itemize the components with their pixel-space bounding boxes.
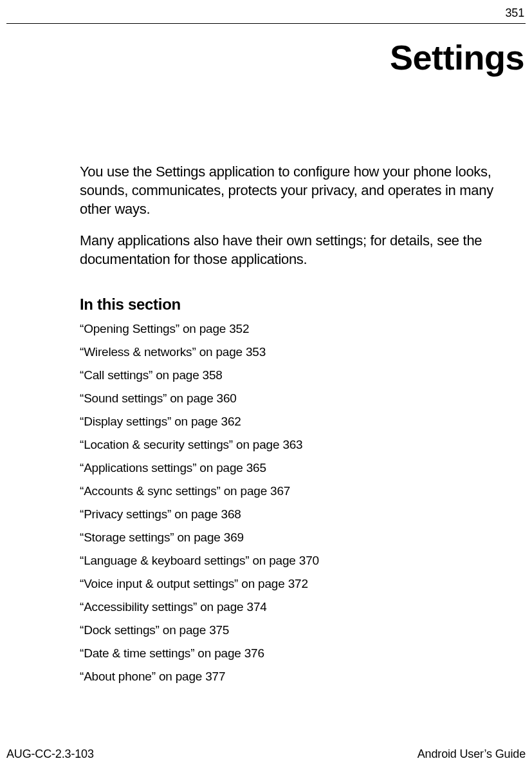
toc-item[interactable]: “Sound settings” on page 360 <box>80 392 519 404</box>
toc-item[interactable]: “About phone” on page 377 <box>80 670 519 682</box>
toc-list: “Opening Settings” on page 352 “Wireless… <box>80 323 519 682</box>
toc-item[interactable]: “Dock settings” on page 375 <box>80 624 519 636</box>
intro-paragraph: Many applications also have their own se… <box>80 231 519 268</box>
toc-item[interactable]: “Accessibility settings” on page 374 <box>80 601 519 613</box>
toc-item[interactable]: “Accounts & sync settings” on page 367 <box>80 485 519 497</box>
intro-paragraph: You use the Settings application to conf… <box>80 162 519 218</box>
page-title: Settings <box>390 37 524 77</box>
toc-item[interactable]: “Date & time settings” on page 376 <box>80 647 519 659</box>
toc-item[interactable]: “Voice input & output settings” on page … <box>80 578 519 590</box>
toc-item[interactable]: “Storage settings” on page 369 <box>80 531 519 543</box>
toc-item[interactable]: “Display settings” on page 362 <box>80 415 519 427</box>
content-area: You use the Settings application to conf… <box>80 162 519 693</box>
top-rule <box>6 23 526 24</box>
toc-item[interactable]: “Privacy settings” on page 368 <box>80 508 519 520</box>
toc-item[interactable]: “Wireless & networks” on page 353 <box>80 346 519 358</box>
toc-item[interactable]: “Language & keyboard settings” on page 3… <box>80 554 519 567</box>
toc-item[interactable]: “Call settings” on page 358 <box>80 369 519 381</box>
toc-item[interactable]: “Applications settings” on page 365 <box>80 462 519 474</box>
footer-doc-id: AUG-CC-2.3-103 <box>6 747 94 761</box>
footer: AUG-CC-2.3-103 Android User’s Guide <box>6 747 526 761</box>
toc-item[interactable]: “Opening Settings” on page 352 <box>80 323 519 335</box>
toc-item[interactable]: “Location & security settings” on page 3… <box>80 438 519 451</box>
page-number: 351 <box>505 6 524 20</box>
section-heading: In this section <box>80 296 519 314</box>
footer-doc-title: Android User’s Guide <box>417 747 526 761</box>
